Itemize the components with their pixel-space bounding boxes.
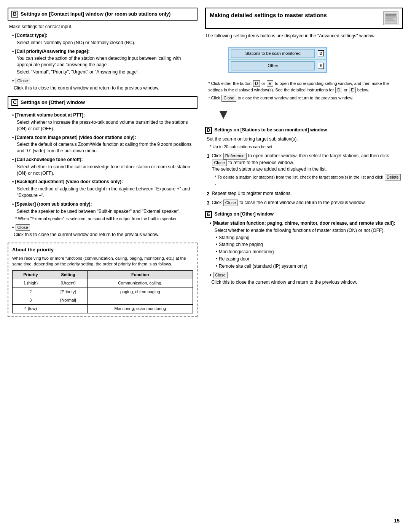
function-cell: paging, chime paging bbox=[88, 288, 193, 296]
call-priority-text2: Select "Normal", "Priority", "Urgent" or… bbox=[17, 69, 196, 75]
setting-col-header: Setting bbox=[49, 270, 88, 279]
right-intro: The following setting items buttons are … bbox=[205, 33, 403, 39]
master-station-text: Select whether to enable the following f… bbox=[214, 227, 401, 234]
table-row: 4 (low) - Monitoring, scan-monitoring bbox=[13, 305, 193, 313]
section-d-intro: Set the scan-monitoring target sub stati… bbox=[207, 136, 401, 142]
section-e-letter: E bbox=[205, 211, 212, 218]
transmit-volume-label: • [Transmit volume boost at PTT]: bbox=[12, 112, 85, 118]
priority-title: About the priority bbox=[12, 246, 193, 253]
close-bullet: • bbox=[12, 78, 14, 83]
d-ref-btn: D bbox=[335, 87, 342, 93]
section-e-close-wrap: • Close bbox=[210, 272, 401, 278]
other-btn[interactable]: Other bbox=[231, 61, 315, 70]
transmit-volume-item: • [Transmit volume boost at PTT]: Select… bbox=[12, 112, 196, 132]
sub-bullet-1: • Starting paging bbox=[216, 235, 401, 241]
priority-cell: 1 (high) bbox=[13, 279, 49, 288]
sub-bullet-2: • Starting chime paging bbox=[216, 241, 401, 248]
close-bullet-c: • bbox=[12, 225, 14, 230]
reference-btn[interactable]: Reference bbox=[223, 153, 247, 159]
backlight-label: • [Backlight adjustment] (video door sta… bbox=[12, 179, 123, 184]
master-station-item: • [Master station function: paging, chim… bbox=[210, 220, 401, 270]
table-row: 3 [Normal] bbox=[13, 296, 193, 305]
call-priority-label: • [Call priority/Answering the page]: bbox=[12, 49, 90, 54]
step-1-star: * To delete a station (or stations) from… bbox=[215, 174, 401, 187]
call-priority-item: • [Call priority/Answering the page]: Yo… bbox=[12, 48, 196, 75]
setting-cell: [Priority] bbox=[49, 288, 88, 296]
e-ref-btn: E bbox=[349, 87, 355, 93]
section-c-letter: C bbox=[11, 99, 18, 106]
backlight-item: • [Backlight adjustment] (video door sta… bbox=[12, 179, 196, 198]
section-d: D Settings on [Stations to be scan monit… bbox=[205, 127, 403, 206]
section-c-close-text: Click this to close the current window a… bbox=[14, 232, 196, 238]
e-inline-btn[interactable]: E bbox=[267, 80, 273, 87]
speaker-label: • [Speaker] (room sub stations only): bbox=[12, 201, 92, 207]
master-station-label: • [Master station function: paging, chim… bbox=[210, 220, 395, 226]
contact-type-text: Select either Normally open (NO) or Norm… bbox=[17, 40, 196, 46]
section-c-header: C Settings on [Other] window bbox=[8, 96, 198, 109]
function-cell bbox=[88, 296, 193, 305]
camera-zoom-item: • [Camera zoom image preset] (video door… bbox=[12, 134, 196, 154]
priority-table: Priority Setting Function 1 (high) [Urge… bbox=[12, 270, 193, 313]
scan-monitored-btn[interactable]: Stations to be scan monitored bbox=[231, 49, 315, 58]
step-1: 1 Click Reference to open another window… bbox=[207, 153, 401, 188]
sub-bullet-5: • Remote site call (standard (IP) system… bbox=[216, 263, 401, 270]
d-badge: D bbox=[318, 50, 324, 56]
making-settings-title: Making detailed settings to master stati… bbox=[210, 11, 327, 19]
section-e-title: Settings on [Other] window bbox=[214, 211, 274, 217]
delete-btn[interactable]: Delete bbox=[385, 174, 401, 181]
section-c-close-wrap: • Close bbox=[12, 224, 196, 231]
section-e-body: • [Master station function: paging, chim… bbox=[205, 220, 403, 286]
sub-bullet-4: • Releasing door bbox=[216, 256, 401, 262]
backlight-text: Select the method of adjusting the backl… bbox=[17, 186, 196, 199]
section-b-header: B Settings on [Contact input] window (fo… bbox=[8, 8, 198, 21]
svg-rect-2 bbox=[386, 16, 396, 18]
close-inline-btn[interactable]: Close bbox=[221, 95, 236, 101]
ui-window-row-e: Other E bbox=[229, 60, 326, 72]
ui-window-row-d: Stations to be scan monitored D bbox=[229, 48, 326, 60]
priority-cell: 3 bbox=[13, 296, 49, 305]
section-e-header: E Settings on [Other] window bbox=[205, 211, 403, 218]
step-2: 2 Repeat step 1 to register more station… bbox=[207, 190, 401, 197]
contact-type-item: • [Contact type]: Select either Normally… bbox=[12, 32, 196, 46]
table-row: 1 (high) [Urgent] Communication, calling… bbox=[13, 279, 193, 288]
settings-icon bbox=[383, 11, 398, 25]
camera-zoom-text: Select the default of camera's Zoom/Wide… bbox=[17, 141, 196, 154]
setting-cell: [Normal] bbox=[49, 296, 88, 305]
step-3-num: 3 bbox=[207, 200, 209, 206]
arrow-down-icon: ▼ bbox=[217, 105, 403, 124]
transmit-volume-text: Select whether to increase the press-to-… bbox=[17, 119, 196, 132]
section-b-letter: B bbox=[11, 11, 18, 18]
ui-window-preview: Stations to be scan monitored D Other E bbox=[228, 47, 327, 73]
step-1-text: Click Reference to open another window, … bbox=[212, 153, 401, 188]
close-step1-btn[interactable]: Close bbox=[212, 160, 226, 166]
section-b-close-text: Click this to close the current window a… bbox=[14, 85, 196, 91]
section-b-intro: Make settings for contact input. bbox=[9, 24, 196, 30]
priority-cell: 2 bbox=[13, 288, 49, 296]
function-cell: Monitoring, scan-monitoring bbox=[88, 305, 193, 313]
section-e-close-btn[interactable]: Close bbox=[213, 272, 228, 278]
priority-cell: 4 (low) bbox=[13, 305, 49, 313]
section-e: E Settings on [Other] window • [Master s… bbox=[205, 211, 403, 286]
sub-bullet-3: • Monitoring/scan-monitoring bbox=[216, 249, 401, 255]
star-note-2: * Click Close to close the current windo… bbox=[208, 95, 403, 101]
making-settings-box: Making detailed settings to master stati… bbox=[205, 8, 403, 29]
section-d-letter: D bbox=[205, 127, 212, 134]
section-b-close-btn[interactable]: Close bbox=[16, 78, 30, 84]
call-priority-text1: You can select the action of the station… bbox=[17, 55, 196, 68]
table-row: 2 [Priority] paging, chime paging bbox=[13, 288, 193, 296]
priority-col-header: Priority bbox=[13, 270, 49, 279]
section-b-title: Settings on [Contact input] window (for … bbox=[21, 11, 170, 18]
step-2-num: 2 bbox=[207, 190, 209, 197]
speaker-item: • [Speaker] (room sub stations only): Se… bbox=[12, 201, 196, 222]
d-inline-btn[interactable]: D bbox=[253, 80, 260, 87]
close-bullet-e: • bbox=[210, 272, 211, 278]
section-c-close-btn[interactable]: Close bbox=[16, 224, 30, 231]
step-1-num: 1 bbox=[207, 153, 209, 160]
close-step3-btn[interactable]: Close bbox=[223, 200, 238, 206]
section-c-title: Settings on [Other] window bbox=[21, 99, 85, 106]
step-3-text: Click Close to close the current window … bbox=[212, 200, 401, 206]
call-acknowledge-label: • [Call acknowledge tone on/off]: bbox=[12, 157, 83, 162]
svg-rect-4 bbox=[386, 20, 395, 21]
section-d-body: Set the scan-monitoring target sub stati… bbox=[205, 136, 403, 206]
setting-cell: [Urgent] bbox=[49, 279, 88, 288]
